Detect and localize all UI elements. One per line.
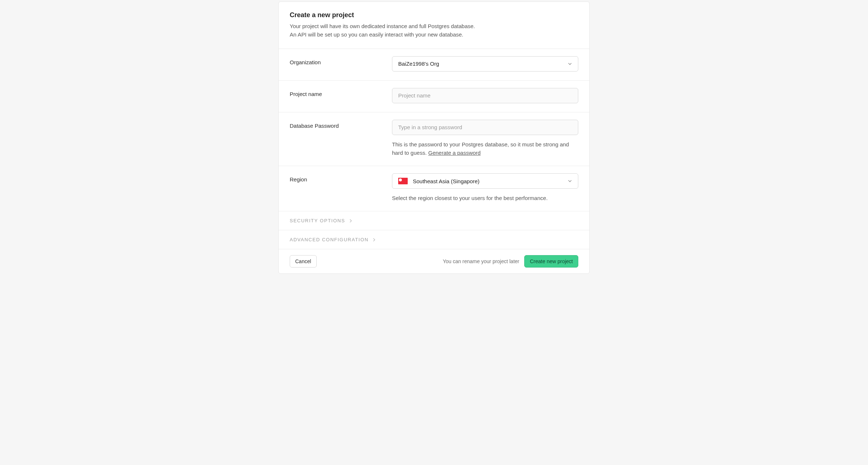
database-password-helper: This is the password to your Postgres da… [392, 140, 578, 157]
cancel-button[interactable]: Cancel [290, 255, 317, 268]
card-title: Create a new project [290, 11, 578, 19]
advanced-configuration-toggle[interactable]: ADVANCED CONFIGURATION [279, 230, 589, 249]
chevron-right-icon [372, 238, 376, 242]
organization-select[interactable]: BaiZe1998's Org [392, 56, 578, 72]
chevron-down-icon [568, 179, 572, 183]
chevron-right-icon [349, 219, 353, 223]
region-row: Region Southeast Asia (Singapore) Select… [279, 166, 589, 211]
create-project-card: Create a new project Your project will h… [278, 1, 590, 274]
security-options-toggle[interactable]: SECURITY OPTIONS [279, 211, 589, 230]
create-project-button[interactable]: Create new project [524, 255, 578, 268]
advanced-configuration-label: ADVANCED CONFIGURATION [290, 237, 369, 242]
database-password-row: Database Password This is the password t… [279, 112, 589, 166]
project-name-input[interactable] [392, 88, 578, 103]
singapore-flag-icon [398, 178, 408, 184]
subtitle-line-2: An API will be set up so you can easily … [290, 31, 463, 38]
organization-row: Organization BaiZe1998's Org [279, 49, 589, 81]
database-password-input[interactable] [392, 120, 578, 135]
organization-label: Organization [290, 56, 392, 65]
chevron-down-icon [568, 62, 572, 66]
project-name-control [392, 88, 578, 103]
region-label: Region [290, 173, 392, 182]
footer-hint: You can rename your project later [443, 258, 519, 264]
database-password-label: Database Password [290, 120, 392, 129]
database-password-control: This is the password to your Postgres da… [392, 120, 578, 157]
region-control: Southeast Asia (Singapore) Select the re… [392, 173, 578, 202]
region-helper: Select the region closest to your users … [392, 194, 578, 202]
card-subtitle: Your project will have its own dedicated… [290, 22, 578, 39]
generate-password-link[interactable]: Generate a password [428, 150, 480, 156]
region-selected-value: Southeast Asia (Singapore) [413, 178, 480, 184]
region-select[interactable]: Southeast Asia (Singapore) [392, 173, 578, 189]
project-name-label: Project name [290, 88, 392, 97]
security-options-label: SECURITY OPTIONS [290, 218, 345, 223]
card-header: Create a new project Your project will h… [279, 2, 589, 49]
organization-control: BaiZe1998's Org [392, 56, 578, 72]
organization-selected-value: BaiZe1998's Org [398, 61, 439, 67]
card-footer: Cancel You can rename your project later… [279, 249, 589, 273]
project-name-row: Project name [279, 81, 589, 112]
subtitle-line-1: Your project will have its own dedicated… [290, 23, 475, 29]
